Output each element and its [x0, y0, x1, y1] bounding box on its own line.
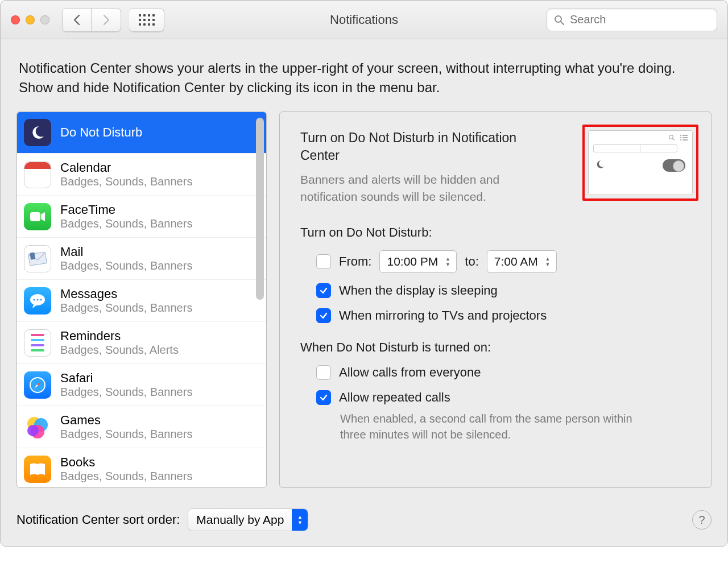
- sidebar-item-sub: Badges, Sounds, Banners: [60, 217, 192, 230]
- when-on-section-label: When Do Not Disturb is turned on:: [300, 340, 694, 355]
- mail-icon: [24, 245, 51, 272]
- svg-point-8: [40, 299, 42, 300]
- from-label: From:: [339, 254, 371, 269]
- to-time-field[interactable]: 7:00 AM ▲▼: [487, 250, 557, 273]
- close-button[interactable]: [11, 15, 20, 24]
- game-center-icon: [24, 413, 51, 441]
- minimize-button[interactable]: [26, 15, 35, 24]
- display-sleeping-label: When the display is sleeping: [339, 283, 498, 298]
- sidebar-item-label: FaceTime: [60, 202, 192, 217]
- show-all-button[interactable]: [129, 8, 164, 32]
- svg-point-17: [680, 135, 681, 136]
- sidebar-item-messages[interactable]: Messages Badges, Sounds, Banners: [17, 280, 266, 322]
- sidebar-item-sub: Badges, Sounds, Banners: [60, 259, 192, 272]
- preview-toggle: [663, 159, 685, 172]
- stepper-icon[interactable]: ▲▼: [441, 257, 454, 267]
- from-time-field[interactable]: 10:00 PM ▲▼: [379, 250, 457, 273]
- sidebar-item-mail[interactable]: Mail Badges, Sounds, Banners: [17, 238, 266, 280]
- svg-point-6: [33, 299, 35, 300]
- toolbar: Notifications: [1, 1, 727, 39]
- search-icon: [668, 134, 675, 141]
- allow-everyone-label: Allow calls from everyone: [339, 365, 481, 380]
- detail-heading: Turn on Do Not Disturb in Notification C…: [300, 129, 539, 164]
- sort-order-label: Notification Center sort order:: [16, 512, 180, 527]
- repeated-calls-hint: When enabled, a second call from the sam…: [340, 411, 659, 442]
- from-checkbox[interactable]: [316, 254, 331, 269]
- sidebar-item-facetime[interactable]: FaceTime Badges, Sounds, Banners: [17, 196, 266, 238]
- sidebar-item-books[interactable]: Books Badges, Sounds, Banners: [17, 448, 266, 487]
- search-input[interactable]: [569, 13, 715, 27]
- svg-rect-20: [682, 137, 688, 138]
- app-sidebar: Do Not Disturb 17 Calendar Badges, Sound…: [16, 111, 267, 488]
- show-all-button-wrap: [129, 8, 164, 32]
- footer: Notification Center sort order: Manually…: [1, 497, 727, 546]
- svg-line-1: [561, 22, 564, 24]
- svg-line-16: [673, 139, 675, 140]
- search-icon: [554, 15, 564, 25]
- sidebar-item-reminders[interactable]: Reminders Badges, Sounds, Alerts: [17, 322, 266, 364]
- list-icon: [680, 134, 688, 141]
- sidebar-item-label: Games: [60, 413, 192, 428]
- sidebar-item-calendar[interactable]: 17 Calendar Badges, Sounds, Banners: [17, 154, 266, 196]
- detail-subheading: Banners and alerts will be hidden and no…: [300, 171, 551, 205]
- schedule-section-label: Turn on Do Not Disturb:: [300, 225, 694, 240]
- to-time-value: 7:00 AM: [494, 255, 538, 268]
- sidebar-item-games[interactable]: Games Badges, Sounds, Banners: [17, 406, 266, 448]
- sidebar-item-sub: Badges, Sounds, Banners: [60, 301, 192, 315]
- svg-point-7: [36, 299, 38, 300]
- chevron-right-icon: [102, 14, 110, 26]
- sidebar-item-label: Messages: [60, 287, 192, 301]
- zoom-button[interactable]: [40, 15, 49, 24]
- stepper-icon[interactable]: ▲▼: [541, 257, 554, 267]
- reminders-icon: [24, 329, 51, 357]
- allow-repeated-checkbox[interactable]: [316, 390, 331, 405]
- sidebar-item-sub: Badges, Sounds, Alerts: [60, 344, 179, 357]
- svg-point-21: [680, 139, 681, 140]
- chevron-left-icon: [73, 14, 81, 26]
- preview-callout: [582, 125, 698, 201]
- pane-description: Notification Center shows your alerts in…: [19, 59, 709, 97]
- sidebar-item-label: Books: [60, 455, 192, 470]
- sidebar-item-label: Calendar: [60, 160, 192, 175]
- sidebar-item-do-not-disturb[interactable]: Do Not Disturb: [17, 112, 266, 154]
- svg-rect-2: [30, 212, 40, 221]
- books-icon: [24, 456, 51, 483]
- sidebar-item-label: Do Not Disturb: [60, 125, 142, 140]
- window-controls: [11, 15, 49, 24]
- forward-button[interactable]: [92, 8, 121, 32]
- calendar-icon: 17: [24, 161, 51, 188]
- sidebar-item-sub: Badges, Sounds, Banners: [60, 175, 192, 188]
- mirroring-label: When mirroring to TVs and projectors: [339, 308, 547, 323]
- to-label: to:: [465, 254, 478, 269]
- svg-rect-22: [682, 139, 688, 140]
- display-sleeping-checkbox[interactable]: [316, 283, 331, 298]
- safari-icon: [24, 371, 51, 399]
- back-button[interactable]: [62, 8, 92, 32]
- svg-point-14: [27, 425, 39, 436]
- moon-icon: [24, 119, 51, 146]
- sidebar-item-label: Mail: [60, 245, 192, 259]
- messages-icon: [24, 287, 51, 315]
- svg-point-19: [680, 137, 681, 138]
- sidebar-item-label: Safari: [60, 371, 192, 386]
- moon-icon: [595, 160, 605, 171]
- search-field[interactable]: [547, 9, 717, 31]
- svg-rect-18: [682, 135, 688, 136]
- sidebar-item-label: Reminders: [60, 329, 179, 344]
- sidebar-item-sub: Badges, Sounds, Banners: [60, 386, 192, 399]
- allow-everyone-checkbox[interactable]: [316, 365, 331, 380]
- allow-repeated-label: Allow repeated calls: [339, 390, 450, 405]
- help-button[interactable]: ?: [692, 510, 712, 530]
- sidebar-item-safari[interactable]: Safari Badges, Sounds, Banners: [17, 364, 266, 406]
- sidebar-item-sub: Badges, Sounds, Banners: [60, 428, 192, 441]
- apps-grid-icon: [139, 14, 155, 26]
- detail-panel: Turn on Do Not Disturb in Notification C…: [279, 111, 712, 488]
- svg-point-15: [669, 135, 673, 139]
- sidebar-item-sub: Badges, Sounds, Banners: [60, 470, 192, 483]
- nav-back-forward: [62, 8, 121, 32]
- facetime-icon: [24, 203, 51, 230]
- from-time-value: 10:00 PM: [387, 255, 438, 268]
- mirroring-checkbox[interactable]: [316, 308, 331, 323]
- sort-order-select[interactable]: Manually by App ▲▼: [188, 508, 308, 531]
- select-arrows-icon: ▲▼: [292, 509, 308, 531]
